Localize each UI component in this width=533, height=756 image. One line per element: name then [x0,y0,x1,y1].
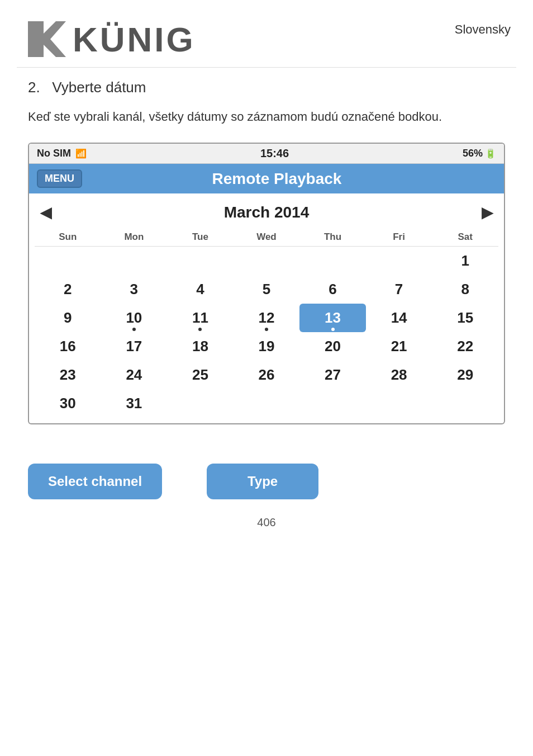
calendar-month-year: March 2014 [224,204,310,221]
calendar-day [299,247,366,276]
weekday-thu: Thu [299,228,366,247]
calendar-week-row: 1 [35,247,498,276]
calendar-grid: Sun Mon Tue Wed Thu Fri Sat 123456789101… [35,228,498,418]
calendar-day[interactable]: 16 [35,332,101,361]
status-right: 56% 🔋 [463,148,496,159]
calendar-day[interactable]: 9 [35,304,101,332]
type-button[interactable]: Type [207,464,318,499]
weekday-sun: Sun [35,228,101,247]
calendar-day [167,247,234,276]
calendar-day [101,247,168,276]
calendar-day[interactable]: 29 [432,361,498,389]
description-text: Keď ste vybrali kanál, všetky dátumy so … [28,107,505,126]
prev-month-button[interactable]: ◀ [40,204,51,221]
calendar-day [366,389,432,418]
calendar-week-row: 16171819202122 [35,332,498,361]
calendar-day[interactable]: 3 [101,275,168,304]
phone-mockup: No SIM 📶 15:46 56% 🔋 MENU Remote Playbac… [28,143,505,424]
calendar-day[interactable]: 19 [234,332,300,361]
weekday-tue: Tue [167,228,234,247]
calendar-day[interactable]: 13 [299,304,366,332]
calendar-day [299,389,366,418]
calendar-header: ◀ March 2014 ▶ [35,199,498,226]
recording-dot [132,328,136,331]
calendar-day[interactable]: 17 [101,332,168,361]
battery-label: 56% [463,148,483,159]
calendar-day [366,247,432,276]
calendar-day[interactable]: 6 [299,275,366,304]
recording-dot [198,328,202,331]
recording-dot [331,328,335,331]
calendar-day[interactable]: 30 [35,389,101,418]
calendar-day[interactable]: 11 [167,304,234,332]
calendar-day[interactable]: 25 [167,361,234,389]
buttons-row: Select channel Type [0,458,533,511]
logo-icon [22,17,67,62]
calendar-day [167,389,234,418]
weekday-wed: Wed [234,228,300,247]
calendar-weekdays-row: Sun Mon Tue Wed Thu Fri Sat [35,228,498,247]
calendar-week-row: 23242526272829 [35,361,498,389]
weekday-sat: Sat [432,228,498,247]
weekday-fri: Fri [366,228,432,247]
nav-bar: MENU Remote Playback [29,164,504,193]
status-bar: No SIM 📶 15:46 56% 🔋 [29,144,504,164]
calendar-day[interactable]: 18 [167,332,234,361]
logo: KÜNIG [22,17,196,62]
recording-dot [265,328,268,331]
logo-text: KÜNIG [73,20,196,59]
sim-label: No SIM [37,148,71,159]
calendar-day[interactable]: 20 [299,332,366,361]
calendar-day[interactable]: 8 [432,275,498,304]
calendar-day[interactable]: 10 [101,304,168,332]
calendar-day[interactable]: 28 [366,361,432,389]
calendar-day [35,247,101,276]
calendar-week-row: 9101112131415 [35,304,498,332]
calendar-day[interactable]: 27 [299,361,366,389]
calendar-day[interactable]: 15 [432,304,498,332]
battery-icon: 🔋 [485,148,496,159]
calendar-day[interactable]: 26 [234,361,300,389]
calendar-day[interactable]: 2 [35,275,101,304]
weekday-mon: Mon [101,228,168,247]
status-left: No SIM 📶 [37,148,87,159]
calendar-day[interactable]: 7 [366,275,432,304]
content-area: 2. Vyberte dátum Keď ste vybrali kanál, … [0,68,533,458]
calendar-week-row: 3031 [35,389,498,418]
calendar-day [234,389,300,418]
svg-marker-0 [28,21,66,57]
select-channel-button[interactable]: Select channel [28,464,162,499]
language-label: Slovensky [455,22,511,37]
page-number: 406 [0,511,533,535]
page-header: KÜNIG Slovensky [0,0,533,67]
calendar-day[interactable]: 1 [432,247,498,276]
calendar-day[interactable]: 24 [101,361,168,389]
calendar-day[interactable]: 4 [167,275,234,304]
calendar-day[interactable]: 22 [432,332,498,361]
calendar-week-row: 2345678 [35,275,498,304]
menu-button[interactable]: MENU [37,169,82,188]
next-month-button[interactable]: ▶ [482,204,493,221]
status-time: 15:46 [260,147,289,160]
calendar-day[interactable]: 12 [234,304,300,332]
wifi-icon: 📶 [75,148,87,159]
calendar-day[interactable]: 23 [35,361,101,389]
step-title: 2. Vyberte dátum [28,79,505,96]
calendar-day [234,247,300,276]
calendar: ◀ March 2014 ▶ Sun Mon Tue Wed Thu Fri S… [29,193,504,423]
calendar-day[interactable]: 31 [101,389,168,418]
calendar-day[interactable]: 14 [366,304,432,332]
calendar-day[interactable]: 5 [234,275,300,304]
nav-title: Remote Playback [91,170,463,188]
calendar-day[interactable]: 21 [366,332,432,361]
calendar-day [432,389,498,418]
